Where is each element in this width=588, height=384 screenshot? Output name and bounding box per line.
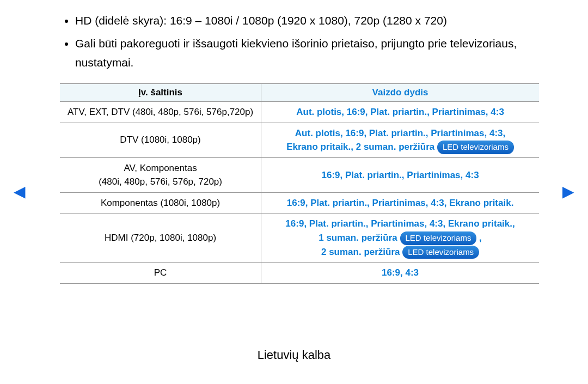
table-row: AV, Komponentas (480i, 480p, 576i, 576p,… <box>60 157 539 192</box>
table-header-size: Vaizdo dydis <box>261 84 539 102</box>
footer-language: Lietuvių kalba <box>0 348 588 362</box>
table-row: PC 16:9, 4:3 <box>60 263 539 284</box>
prev-page-arrow[interactable]: ◀ <box>14 182 26 200</box>
cell-source: DTV (1080i, 1080p) <box>60 123 261 157</box>
page-content: HD (didelė skyra): 16:9 – 1080i / 1080p … <box>0 0 588 284</box>
led-badge: LED televizoriams <box>437 141 514 154</box>
bullet-list: HD (didelė skyra): 16:9 – 1080i / 1080p … <box>60 11 528 72</box>
cell-size: Aut. plotis, 16:9, Plat. priartin., Pria… <box>261 123 539 157</box>
next-page-arrow[interactable]: ▶ <box>562 182 574 200</box>
bullet-item: HD (didelė skyra): 16:9 – 1080i / 1080p … <box>75 11 528 31</box>
cell-size: 16:9, Plat. priartin., Priartinimas, 4:3… <box>261 214 539 263</box>
cell-size: Aut. plotis, 16:9, Plat. priartin., Pria… <box>261 102 539 123</box>
table-header-source: Įv. šaltinis <box>60 84 261 102</box>
table-row: Komponentas (1080i, 1080p) 16:9, Plat. p… <box>60 192 539 214</box>
led-badge: LED televizoriams <box>402 246 479 259</box>
cell-size: 16:9, Plat. priartin., Priartinimas, 4:3 <box>261 157 539 192</box>
cell-size: 16:9, 4:3 <box>261 263 539 284</box>
cell-source: ATV, EXT, DTV (480i, 480p, 576i, 576p,72… <box>60 102 261 123</box>
cell-size: 16:9, Plat. priartin., Priartinimas, 4:3… <box>261 192 539 214</box>
picture-size-table: Įv. šaltinis Vaizdo dydis ATV, EXT, DTV … <box>60 83 539 284</box>
led-badge: LED televizoriams <box>400 231 477 245</box>
cell-source: Komponentas (1080i, 1080p) <box>60 192 261 214</box>
table-row: DTV (1080i, 1080p) Aut. plotis, 16:9, Pl… <box>60 123 539 157</box>
table-row: HDMI (720p, 1080i, 1080p) 16:9, Plat. pr… <box>60 214 539 263</box>
table-row: ATV, EXT, DTV (480i, 480p, 576i, 576p,72… <box>60 102 539 123</box>
cell-source: HDMI (720p, 1080i, 1080p) <box>60 214 261 263</box>
bullet-item: Gali būti pakoreguoti ir išsaugoti kiekv… <box>75 34 528 72</box>
cell-source: PC <box>60 263 261 284</box>
cell-source: AV, Komponentas (480i, 480p, 576i, 576p,… <box>60 157 261 192</box>
